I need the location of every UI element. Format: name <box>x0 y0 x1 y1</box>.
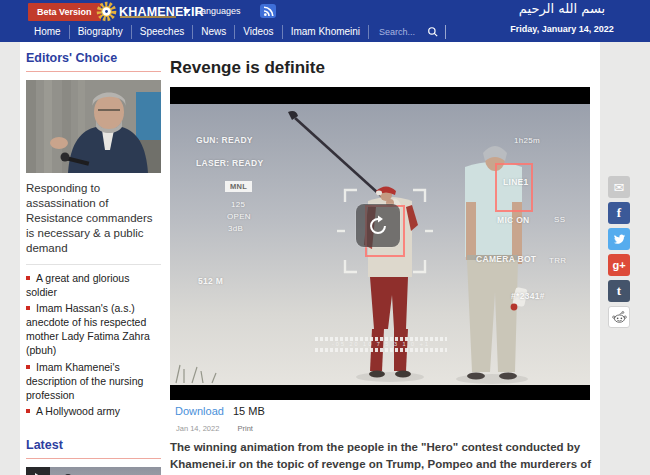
latest-heading: Latest <box>26 429 161 459</box>
tumblr-icon: t <box>617 283 621 299</box>
share-email-button[interactable]: ✉ <box>608 176 630 198</box>
hud-camera-label: CAMERA BOT <box>476 254 536 264</box>
list-item[interactable]: Imam Hassan's (a.s.) anecdote of his res… <box>26 302 161 357</box>
share-googleplus-button[interactable]: g+ <box>608 254 630 276</box>
article-caption: The winning animation from the people in… <box>170 439 604 475</box>
hud-target-label: LINE1 <box>503 177 529 187</box>
divider <box>26 264 161 265</box>
email-icon: ✉ <box>614 180 625 195</box>
nav-item-speeches[interactable]: Speeches <box>132 25 193 39</box>
languages-label: Languages <box>196 6 241 16</box>
nav-item-news[interactable]: News <box>193 25 235 39</box>
editors-choice-heading: Editors' Choice <box>26 42 161 72</box>
header-date: Friday, January 14, 2022 <box>488 24 636 34</box>
hud-distance: 512 M <box>198 276 223 286</box>
ruler-dashes-bottom <box>315 348 447 352</box>
video-player: GUN: READY LASER: READY MNL 125 OPEN 3dB… <box>170 87 590 400</box>
replay-icon <box>367 215 389 237</box>
brand-calligraphy-line <box>120 16 176 18</box>
list-item[interactable]: A Hollywood army <box>26 405 161 419</box>
gear-logo-icon <box>96 1 117 22</box>
search-icon[interactable] <box>427 26 439 38</box>
list-item[interactable]: Imam Khamenei's description of the nursi… <box>26 361 161 403</box>
print-link[interactable]: Print <box>237 424 252 433</box>
article-title: Revenge is definite <box>170 58 325 78</box>
nav-item-imam-khomeini[interactable]: Imam Khomeini <box>283 25 369 39</box>
main-nav: Home Biography Speeches News Videos Imam… <box>28 22 446 42</box>
page: Beta Version KHAMENEI.IR Languages بسم ا… <box>0 0 650 475</box>
hud-value-3: 3dB <box>228 224 243 233</box>
latest-video-thumbnail[interactable] <box>26 467 161 475</box>
beta-version-button[interactable]: Beta Version <box>28 3 101 21</box>
site-header: Beta Version KHAMENEI.IR Languages بسم ا… <box>0 0 650 42</box>
languages-menu[interactable]: Languages <box>183 6 241 16</box>
search-input[interactable] <box>379 27 427 37</box>
social-share-bar: ✉ f g+ t <box>608 176 630 332</box>
reddit-icon <box>612 310 627 325</box>
editors-choice-list: A great and glorious soldier Imam Hassan… <box>26 272 161 420</box>
hud-value-2: OPEN <box>227 212 251 221</box>
download-link[interactable]: Download <box>175 405 224 417</box>
ruler-numbers: -05 20 10 7 5 3 1 0 +1 <box>315 341 447 348</box>
twitter-icon <box>613 233 626 246</box>
hud-ss-label: SS <box>554 215 565 224</box>
rss-button[interactable] <box>260 4 276 18</box>
editors-choice-photo[interactable] <box>26 80 161 173</box>
hud-code: #*2341# <box>511 291 545 301</box>
share-tumblr-button[interactable]: t <box>608 280 630 302</box>
hud-laser-status: LASER: READY <box>196 158 263 168</box>
editors-choice-headline[interactable]: Responding to assassination of Resistanc… <box>26 181 161 256</box>
file-size: 15 MB <box>233 405 265 417</box>
hud-mic-status: MIC ON <box>497 215 530 225</box>
share-twitter-button[interactable] <box>608 228 630 250</box>
tracking-box-target-1 <box>495 163 533 212</box>
nav-item-biography[interactable]: Biography <box>70 25 132 39</box>
hud-mode-badge: MNL <box>225 181 252 192</box>
share-facebook-button[interactable]: f <box>608 202 630 224</box>
hud-time-remaining: 1h25m <box>514 136 540 145</box>
search-box <box>369 25 446 39</box>
nav-item-videos[interactable]: Videos <box>235 25 282 39</box>
googleplus-icon: g+ <box>612 259 625 271</box>
play-button[interactable] <box>26 467 50 475</box>
nav-item-home[interactable]: Home <box>28 25 70 39</box>
sidebar: Editors' Choice Responding to assassinat… <box>26 42 161 475</box>
list-item[interactable]: A great and glorious soldier <box>26 272 161 300</box>
hud-gun-status: GUN: READY <box>196 135 253 145</box>
article-meta: Jan 14, 2022 Print <box>176 424 253 433</box>
hud-ruler: -05 20 10 7 5 3 1 0 +1 <box>315 337 447 352</box>
facebook-icon: f <box>617 205 621 221</box>
download-row: Download 15 MB <box>175 405 265 417</box>
article-date: Jan 14, 2022 <box>176 424 219 433</box>
bismillah-calligraphy: بسم الله الرحیم <box>502 1 622 16</box>
hud-value-1: 125 <box>231 200 245 209</box>
hud-trr-label: TRR <box>549 256 566 265</box>
share-reddit-button[interactable] <box>608 306 630 328</box>
rss-icon <box>263 6 274 17</box>
replay-button[interactable] <box>356 204 400 247</box>
chevron-down-icon <box>183 9 191 14</box>
